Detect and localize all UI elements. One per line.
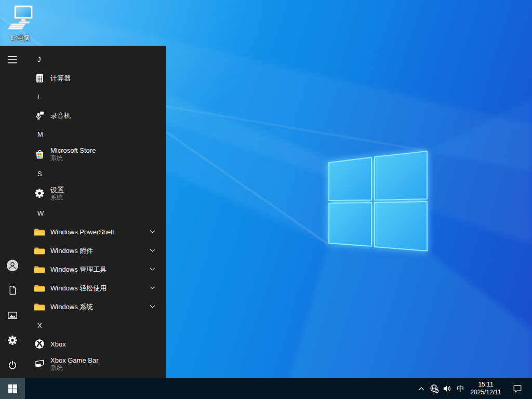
app-list-item-xbox-game-bar[interactable]: Xbox Game Bar系统 bbox=[25, 353, 166, 374]
app-item-label: Windows PowerShell bbox=[50, 228, 114, 236]
section-header-x[interactable]: X bbox=[25, 316, 166, 335]
taskbar-clock[interactable]: 15:11 2025/12/11 bbox=[468, 378, 504, 399]
clock-time: 15:11 bbox=[478, 381, 493, 389]
rail-settings-button[interactable] bbox=[0, 328, 25, 353]
app-item-label: Windows 管理工具 bbox=[50, 265, 107, 273]
app-list-item-xbox[interactable]: Xbox bbox=[25, 335, 166, 353]
section-header-j[interactable]: J bbox=[25, 50, 166, 69]
app-item-texts: Xbox Game Bar系统 bbox=[50, 356, 99, 371]
this-pc-desktop-icon[interactable]: 此电脑 bbox=[4, 4, 37, 43]
section-letter: S bbox=[37, 170, 42, 178]
folder-icon bbox=[33, 300, 46, 313]
app-item-sublabel: 系统 bbox=[50, 194, 64, 201]
app-list-item-folder[interactable]: Windows 管理工具 bbox=[25, 260, 166, 278]
taskbar: 中 15:11 2025/12/11 bbox=[0, 378, 532, 399]
folder-icon bbox=[33, 225, 46, 238]
app-item-label: Xbox bbox=[50, 340, 66, 348]
tray-chevron-up-icon[interactable] bbox=[415, 378, 428, 399]
app-item-texts: Windows 系统 bbox=[50, 303, 93, 311]
this-pc-icon bbox=[6, 4, 34, 33]
this-pc-label: 此电脑 bbox=[11, 34, 30, 43]
app-item-label: Windows 系统 bbox=[50, 303, 93, 311]
user-icon bbox=[6, 259, 19, 273]
app-item-texts: 录音机 bbox=[50, 112, 71, 119]
app-item-texts: Microsoft Store系统 bbox=[50, 147, 96, 162]
folder-icon bbox=[33, 244, 46, 257]
app-item-label: 录音机 bbox=[50, 112, 71, 119]
app-item-sublabel: 系统 bbox=[50, 154, 96, 162]
section-letter: W bbox=[37, 209, 44, 217]
settings-icon bbox=[7, 335, 18, 347]
app-item-label: Microsoft Store bbox=[50, 147, 96, 154]
rail-documents-button[interactable] bbox=[0, 278, 25, 303]
chevron-down-icon[interactable] bbox=[150, 230, 155, 234]
pictures-icon bbox=[7, 310, 18, 322]
clock-date: 2025/12/11 bbox=[470, 389, 501, 396]
calculator-icon bbox=[33, 72, 46, 84]
app-item-label: Xbox Game Bar bbox=[50, 356, 99, 364]
app-item-texts: 设置系统 bbox=[50, 186, 64, 201]
app-item-texts: 计算器 bbox=[50, 74, 71, 82]
app-list-item-folder[interactable]: Windows 系统 bbox=[25, 297, 166, 316]
app-item-texts: Windows 轻松使用 bbox=[50, 284, 107, 292]
voice-recorder-icon bbox=[33, 109, 46, 122]
app-item-texts: Xbox bbox=[50, 340, 66, 348]
start-menu-rail bbox=[0, 46, 25, 378]
section-letter: X bbox=[37, 322, 42, 329]
app-list-item-folder[interactable]: Windows 附件 bbox=[25, 241, 166, 260]
section-letter: L bbox=[37, 93, 41, 101]
chevron-down-icon[interactable] bbox=[150, 248, 155, 252]
ime-indicator[interactable]: 中 bbox=[454, 378, 468, 399]
folder-icon bbox=[33, 282, 46, 294]
folder-icon bbox=[33, 263, 46, 275]
settings-gear-icon bbox=[33, 187, 46, 200]
section-letter: J bbox=[37, 56, 41, 63]
xbox-icon bbox=[33, 338, 46, 350]
app-item-label: Windows 轻松使用 bbox=[50, 284, 107, 292]
section-header-w[interactable]: W bbox=[25, 204, 166, 222]
app-item-label: 计算器 bbox=[50, 74, 71, 82]
documents-icon bbox=[8, 285, 18, 297]
windows-logo-icon bbox=[8, 384, 17, 393]
action-center-icon[interactable] bbox=[511, 378, 524, 399]
rail-power-button[interactable] bbox=[0, 353, 25, 378]
chevron-down-icon[interactable] bbox=[150, 267, 155, 271]
start-menu-rail-top bbox=[0, 50, 25, 71]
app-item-texts: Windows 附件 bbox=[50, 247, 93, 255]
hamburger-icon bbox=[7, 55, 18, 66]
section-header-l[interactable]: L bbox=[25, 87, 166, 106]
app-item-texts: Windows 管理工具 bbox=[50, 265, 107, 273]
section-header-s[interactable]: S bbox=[25, 164, 166, 183]
start-button[interactable] bbox=[0, 378, 25, 399]
app-item-sublabel: 系统 bbox=[50, 364, 99, 371]
section-header-m[interactable]: M bbox=[25, 125, 166, 143]
app-list-item-voice-recorder[interactable]: 录音机 bbox=[25, 106, 166, 125]
power-icon bbox=[7, 360, 18, 372]
start-menu-app-list: J计算器L录音机MMicrosoft Store系统S设置系统WWindows … bbox=[25, 46, 166, 378]
section-header-z[interactable]: Z bbox=[25, 374, 166, 378]
rail-hamburger-button[interactable] bbox=[0, 50, 25, 71]
chevron-down-icon[interactable] bbox=[150, 304, 155, 309]
chevron-down-icon[interactable] bbox=[150, 286, 155, 290]
rail-user-button[interactable] bbox=[0, 254, 25, 278]
screen: 此电脑 J计算器L录音机MMicrosoft Store系统S设置系统WWind… bbox=[0, 0, 532, 399]
app-list-item-calculator[interactable]: 计算器 bbox=[25, 69, 166, 87]
volume-speaker-icon[interactable] bbox=[441, 378, 454, 399]
xbox-game-bar-icon bbox=[33, 357, 46, 370]
app-item-label: Windows 附件 bbox=[50, 247, 93, 255]
app-list-item-folder[interactable]: Windows 轻松使用 bbox=[25, 278, 166, 297]
section-letter: M bbox=[37, 130, 43, 138]
microsoft-store-icon bbox=[33, 148, 46, 160]
app-list-item-settings-gear[interactable]: 设置系统 bbox=[25, 183, 166, 204]
start-menu-rail-bottom bbox=[0, 254, 25, 378]
network-globe-icon[interactable] bbox=[428, 378, 441, 399]
system-tray: 中 15:11 2025/12/11 bbox=[415, 378, 532, 399]
app-list-item-folder[interactable]: Windows PowerShell bbox=[25, 222, 166, 241]
rail-pictures-button[interactable] bbox=[0, 303, 25, 328]
app-item-texts: Windows PowerShell bbox=[50, 228, 114, 236]
app-item-label: 设置 bbox=[50, 186, 64, 194]
start-menu: J计算器L录音机MMicrosoft Store系统S设置系统WWindows … bbox=[0, 46, 166, 378]
app-list-item-microsoft-store[interactable]: Microsoft Store系统 bbox=[25, 143, 166, 164]
